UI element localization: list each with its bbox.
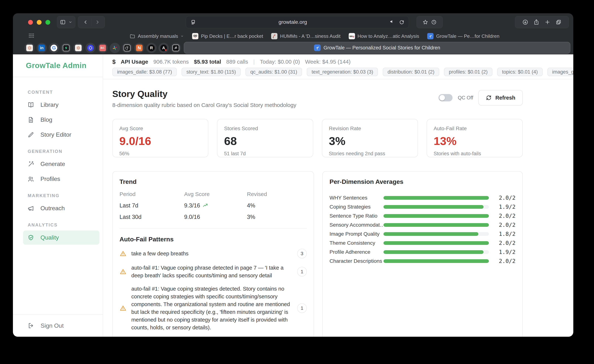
pinned-tab[interactable]: in xyxy=(37,43,47,53)
sidebar-item-outreach[interactable]: Outreach xyxy=(23,201,99,215)
dimensions-title: Per-Dimension Averages xyxy=(330,178,515,186)
a-dot-icon: A xyxy=(160,45,167,51)
bookmark-folder-assembly-manuals[interactable]: Assembly manuals xyxy=(130,33,184,39)
pinned-tab[interactable]: R xyxy=(146,43,157,53)
mute-audio-icon[interactable] xyxy=(390,19,394,25)
zoom-window-button[interactable] xyxy=(45,20,50,25)
sidebar-item-blog[interactable]: Blog xyxy=(23,113,99,127)
dimension-value: 1.8/2 xyxy=(496,231,515,237)
pinned-tab[interactable]: RC xyxy=(98,43,108,53)
tab-overview-icon[interactable] xyxy=(556,19,561,25)
sidebar-item-label: Outreach xyxy=(40,205,65,212)
pinned-tab[interactable] xyxy=(110,43,120,53)
sunburst-icon xyxy=(26,45,33,51)
dimensions-panel: Per-Dimension Averages WHY Sentences 2.0… xyxy=(322,171,523,337)
dimension-bar-fill xyxy=(384,241,489,245)
document-icon xyxy=(27,117,34,123)
dimension-row: Sentence Type Ratio 2.0/2 xyxy=(330,211,515,220)
trend-score: 9.0/16 xyxy=(184,214,200,220)
dimension-bar-fill xyxy=(384,223,489,227)
sidebar-item-quality[interactable]: Quality xyxy=(23,230,99,245)
autofail-text: auto-fail #1: Vague coping strategies de… xyxy=(131,285,292,331)
autofail-title: Auto-Fail Patterns xyxy=(120,235,307,243)
n-icon: N xyxy=(136,45,142,51)
usage-title: API Usage xyxy=(121,59,148,65)
browser-window: growtale.org Assembly manuals Pip Deck xyxy=(13,13,573,337)
reader-icon[interactable] xyxy=(190,19,196,25)
section-label-content: CONTENT xyxy=(28,90,99,95)
warning-icon xyxy=(120,305,127,312)
pinned-tab[interactable] xyxy=(85,43,96,53)
sidebar-item-profiles[interactable]: Profiles xyxy=(23,172,99,186)
waves-icon xyxy=(173,45,179,51)
pinned-tab[interactable] xyxy=(73,43,83,53)
dimension-label: Profile Adherence xyxy=(330,249,384,255)
back-button[interactable] xyxy=(83,19,88,25)
usage-badge: images_gemini: $0.00 (655) xyxy=(547,68,573,76)
sparkle-square-icon xyxy=(124,45,130,51)
usage-badge: text_regeneration: $0.03 (3) xyxy=(307,68,378,76)
megaphone-icon xyxy=(27,205,34,212)
star-icon[interactable] xyxy=(423,19,428,25)
sidebar-item-generate[interactable]: Generate xyxy=(23,157,99,171)
history-clock-icon[interactable] xyxy=(431,19,437,25)
bookmark-humms[interactable]: HUMMs - A 'D…siness Audit xyxy=(271,33,340,39)
sidebar-item-label: Quality xyxy=(40,234,59,241)
new-tab-icon[interactable] xyxy=(545,19,550,25)
dimensions-list: WHY Sentences 2.0/2 Coping Strategies 1.… xyxy=(330,193,515,266)
sidebar-item-story-editor[interactable]: Story Editor xyxy=(23,128,99,142)
pinned-tab[interactable] xyxy=(61,43,71,53)
trend-period: Last 30d xyxy=(120,214,184,220)
qc-toggle[interactable] xyxy=(439,94,452,101)
qc-toggle-knob xyxy=(439,95,445,100)
app-grid-icon[interactable] xyxy=(29,33,34,39)
sidebar-item-library[interactable]: Library xyxy=(23,98,99,112)
sign-out-button[interactable]: Sign Out xyxy=(13,314,103,337)
pinned-tab[interactable] xyxy=(122,43,132,53)
usage-tokens: 906.7K tokens xyxy=(153,59,189,65)
stat-value: 9.0/16 xyxy=(119,134,201,148)
active-tab-title: GrowTale — Personalized Social Stories f… xyxy=(324,45,440,51)
bookmark-growtale[interactable]: GrowTale — Pe…for Children xyxy=(427,33,499,39)
pinned-tab[interactable]: A xyxy=(158,43,169,53)
stat-card-stories-scored: Stories Scored 68 51 last 7d xyxy=(217,119,313,157)
share-icon[interactable] xyxy=(533,19,539,25)
bookmark-label: How to Analyz…atic Analysis xyxy=(358,33,419,39)
usage-badges: images_dalle: $3.08 (77) story_text: $1.… xyxy=(112,68,573,76)
stat-sub: 56% xyxy=(119,151,201,156)
downloads-icon[interactable] xyxy=(522,19,528,25)
forward-button[interactable] xyxy=(94,19,100,25)
sidebar-panel-icon xyxy=(60,19,66,25)
sidebar-toggle-button[interactable] xyxy=(57,16,75,28)
rc-icon: RC xyxy=(99,45,106,51)
trend-panel: Trend Period Avg Score Revised Last 7d 9… xyxy=(112,171,314,337)
nav-divider xyxy=(91,19,92,26)
browser-titlebar: growtale.org xyxy=(13,13,573,31)
pinned-tab[interactable] xyxy=(24,43,35,53)
dimension-label: WHY Sentences xyxy=(330,195,384,201)
column-header-period: Period xyxy=(120,191,184,197)
active-tab[interactable]: GrowTale — Personalized Social Stories f… xyxy=(184,42,570,54)
reload-icon[interactable] xyxy=(399,20,404,25)
address-bar[interactable]: growtale.org xyxy=(186,16,409,28)
usage-badge: profiles: $0.01 (2) xyxy=(444,68,493,76)
pinned-tab[interactable]: N xyxy=(134,43,144,53)
minimize-window-button[interactable] xyxy=(37,20,41,25)
bookmark-pip-decks[interactable]: Pip Decks | E…r back pocket xyxy=(192,33,263,39)
list-item: auto-fail #1: Vague coping phrase detect… xyxy=(120,261,307,282)
pinned-tab[interactable] xyxy=(171,43,181,53)
count-badge: 1 xyxy=(297,267,307,276)
usage-total: $5.93 total xyxy=(194,59,221,65)
stat-sub: 51 last 7d xyxy=(224,151,306,156)
refresh-button[interactable]: Refresh xyxy=(478,90,523,105)
pinned-tab[interactable]: G xyxy=(49,43,59,53)
shield-check-icon xyxy=(27,234,34,241)
bookmark-nng[interactable]: NN/g How to Analyz…atic Analysis xyxy=(349,33,419,39)
stat-label: Auto-Fail Rate xyxy=(434,126,516,131)
url-text[interactable]: growtale.org xyxy=(196,19,390,25)
dimension-label: Character Descriptions xyxy=(330,258,384,264)
close-window-button[interactable] xyxy=(28,20,33,25)
usage-calls: 889 calls xyxy=(226,59,248,65)
pencil-icon xyxy=(27,131,34,138)
dimension-label: Sensory Accommodat… xyxy=(330,222,384,228)
